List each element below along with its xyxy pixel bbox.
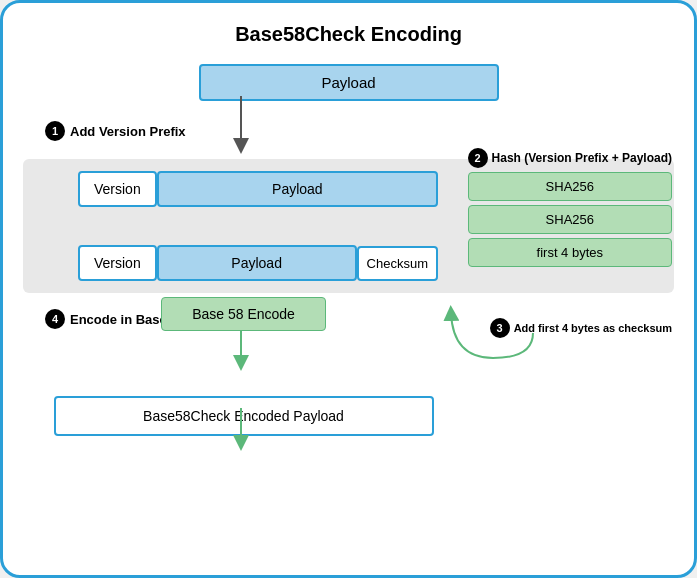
step2-label: Hash (Version Prefix + Payload)	[492, 151, 672, 165]
payload-box-2: Payload	[157, 245, 357, 281]
step2-circle: 2	[468, 148, 488, 168]
base58-row: Base 58 Encode	[23, 297, 464, 331]
payload-top-box: Payload	[199, 64, 499, 101]
hash-boxes: SHA256 SHA256 first 4 bytes	[468, 172, 672, 267]
step2-container: 2 Hash (Version Prefix + Payload)	[468, 148, 672, 168]
step1-label: Add Version Prefix	[70, 124, 186, 139]
output-box: Base58Check Encoded Payload	[54, 396, 434, 436]
version-payload-checksum-row: Version Payload Checksum	[78, 245, 438, 281]
version-box-1: Version	[78, 171, 157, 207]
diagram-container: Base58Check Encoding	[0, 0, 697, 578]
page-title: Base58Check Encoding	[23, 23, 674, 46]
payload-box-1: Payload	[157, 171, 438, 207]
version-payload-row: Version Payload	[78, 171, 438, 207]
sha256-box-1: SHA256	[468, 172, 672, 201]
sha256-box-2: SHA256	[468, 205, 672, 234]
step1-circle: 1	[45, 121, 65, 141]
arrow2-spacer: 4 Encode in Base-58 Base 58 Encode	[23, 293, 674, 348]
base58-box: Base 58 Encode	[161, 297, 326, 331]
output-row: Base58Check Encoded Payload	[23, 396, 674, 436]
step1-container: 1 Add Version Prefix	[45, 121, 186, 141]
checksum-box: Checksum	[357, 246, 438, 281]
arrow3-spacer	[23, 348, 674, 396]
first4-box: first 4 bytes	[468, 238, 672, 267]
payload-top-row: Payload	[23, 64, 674, 109]
right-col: 2 Hash (Version Prefix + Payload) SHA256…	[468, 148, 672, 267]
version-box-2: Version	[78, 245, 157, 281]
